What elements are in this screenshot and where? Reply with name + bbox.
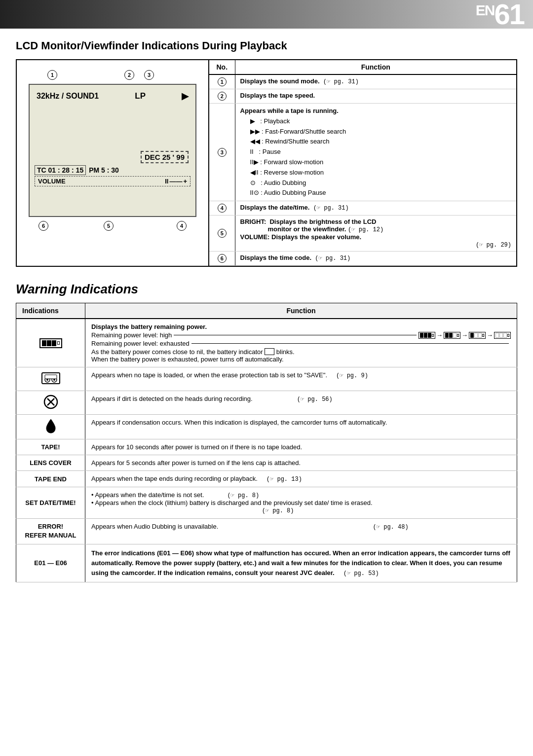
func-cell-tape: Appears for 10 seconds after power is tu… <box>85 439 517 455</box>
header-bar: EN61 <box>0 0 533 29</box>
func-cell-cassette: Appears when no tape is loaded, or when … <box>85 367 517 391</box>
ind-cell-tape-end: TAPE END <box>16 471 85 487</box>
table-row: SET DATE/TIME! • Appears when the date/t… <box>16 487 517 519</box>
func-cell-4: Displays the date/time. (☞ pg. 31) <box>235 201 516 216</box>
lcd-volume-label: VOLUME <box>38 178 66 185</box>
lcd-section-title: LCD Monitor/Viewfinder Indications Durin… <box>16 39 517 52</box>
tape-label: TAPE! <box>41 443 60 451</box>
func-cell-xcircle: Appears if dirt is detected on the heads… <box>85 391 517 415</box>
no-cell-2: 2 <box>209 89 235 104</box>
droplet-icon <box>45 418 57 434</box>
table-row: TAPE! Appears for 10 seconds after power… <box>16 439 517 455</box>
circle-num-4: 4 <box>177 221 187 231</box>
battery-blink-note: As the battery power comes close to nil,… <box>91 348 511 356</box>
no-cell-6: 6 <box>209 252 235 266</box>
ind-cell-lens-cover: LENS COVER <box>16 455 85 471</box>
battery-auto-off-note: When the battery power is exhausted, pow… <box>91 356 511 363</box>
function-table: No. Function 1 Displays the sound mode. … <box>209 60 516 266</box>
func-cell-1: Displays the sound mode. (☞ pg. 31) <box>235 74 516 89</box>
table-row: LENS COVER Appears for 5 seconds after p… <box>16 455 517 471</box>
func-cell-5: BRIGHT: Displays the brightness of the L… <box>235 216 516 252</box>
warning-section-title: Warning Indications <box>16 282 517 297</box>
warning-table-func-header: Function <box>85 303 517 319</box>
warning-table-ind-header: Indications <box>16 303 85 319</box>
circle-num-1: 1 <box>47 70 57 80</box>
refer-manual-label: REFER MANUAL <box>22 531 79 540</box>
table-row: ERROR! REFER MANUAL Appears when Audio D… <box>16 519 517 544</box>
xcircle-icon <box>43 395 58 409</box>
lcd-play-icon: ▶ <box>182 91 189 102</box>
set-date-label: SET DATE/TIME! <box>25 499 76 506</box>
svg-point-4 <box>53 379 55 381</box>
function-panel: No. Function 1 Displays the sound mode. … <box>209 60 516 266</box>
circle-num-6: 6 <box>38 221 48 231</box>
lcd-top-section: 1 2 3 32kHz / SOUND1 LP ▶ <box>16 59 517 267</box>
lcd-sound-label: 32kHz / SOUND1 <box>37 92 99 101</box>
table-row: Appears if condensation occurs. When thi… <box>16 415 517 439</box>
func-cell-lens-cover: Appears for 5 seconds after power is tur… <box>85 455 517 471</box>
lcd-top-row: 32kHz / SOUND1 LP ▶ <box>30 85 195 102</box>
circle-num-5: 5 <box>104 221 114 231</box>
no-cell-1: 1 <box>209 74 235 89</box>
page-number: EN61 <box>476 0 524 29</box>
func-cell-droplet: Appears if condensation occurs. When thi… <box>85 415 517 439</box>
no-cell-3: 3 <box>209 104 235 201</box>
ind-cell-tape: TAPE! <box>16 439 85 455</box>
ind-cell-e01: E01 — E06 <box>16 544 85 582</box>
table-row: 2 Displays the tape speed. <box>209 89 516 104</box>
lcd-tc-box: TC 01 : 28 : 15 <box>35 165 86 175</box>
no-cell-4: 4 <box>209 201 235 216</box>
tape-end-label: TAPE END <box>35 475 67 483</box>
lcd-middle: DEC 25 ' 99 TC 01 : 28 : 15 PM 5 : 30 <box>30 151 195 186</box>
lcd-volume-row: VOLUME II —— + <box>35 176 190 186</box>
volume-bar: II —— + <box>165 178 187 185</box>
error-label: ERROR! <box>22 522 79 531</box>
table-row: E01 — E06 The error indications (E01 — E… <box>16 544 517 582</box>
table-row: 5 BRIGHT: Displays the brightness of the… <box>209 216 516 252</box>
func-cell-set-date: • Appears when the date/time is not set.… <box>85 487 517 519</box>
lcd-pm: PM 5 : 30 <box>89 166 119 174</box>
func-cell-error: Appears when Audio Dubbing is unavailabl… <box>85 519 517 544</box>
battery-high-line: Remaining power level: high → <box>91 331 511 339</box>
circle-num-2: 2 <box>124 70 134 80</box>
table-row: 1 Displays the sound mode. (☞ pg. 31) <box>209 74 516 89</box>
lcd-date-box: DEC 25 ' 99 <box>141 151 189 163</box>
func-cell-2: Displays the tape speed. <box>235 89 516 104</box>
no-cell-5: 5 <box>209 216 235 252</box>
lcd-content: 32kHz / SOUND1 LP ▶ DEC 25 ' 99 TC 0 <box>30 85 195 216</box>
cassette-icon <box>41 371 61 386</box>
ind-cell-battery <box>16 319 85 367</box>
func-cell-e01: The error indications (E01 — E06) show w… <box>85 544 517 582</box>
func-table-no-header: No. <box>209 60 235 74</box>
ind-cell-droplet <box>16 415 85 439</box>
warning-table: Indications Function Displays the batt <box>16 303 517 582</box>
ind-cell-error: ERROR! REFER MANUAL <box>16 519 85 544</box>
ind-cell-xcircle <box>16 391 85 415</box>
svg-rect-5 <box>45 375 57 379</box>
ind-cell-cassette <box>16 367 85 391</box>
table-row: TAPE END Appears when the tape ends duri… <box>16 471 517 487</box>
lens-cover-label: LENS COVER <box>30 459 72 467</box>
table-row: 4 Displays the date/time. (☞ pg. 31) <box>209 201 516 216</box>
table-row: Appears if dirt is detected on the heads… <box>16 391 517 415</box>
func-cell-6: Displays the time code. (☞ pg. 31) <box>235 252 516 266</box>
func-cell-battery: Displays the battery remaining power. Re… <box>85 319 517 367</box>
lcd-screen: 32kHz / SOUND1 LP ▶ DEC 25 ' 99 TC 0 <box>29 84 196 217</box>
battery-exhausted-line: Remaining power level: exhausted <box>91 340 511 347</box>
e01-label: E01 — E06 <box>34 559 67 567</box>
table-row: Appears when no tape is loaded, or when … <box>16 367 517 391</box>
page-content: LCD Monitor/Viewfinder Indications Durin… <box>0 29 533 598</box>
table-row: 6 Displays the time code. (☞ pg. 31) <box>209 252 516 266</box>
table-row: 3 Appears while a tape is running. ▶ : P… <box>209 104 516 201</box>
circle-num-3: 3 <box>144 70 154 80</box>
func-cell-tape-end: Appears when the tape ends during record… <box>85 471 517 487</box>
ind-cell-set-date: SET DATE/TIME! <box>16 487 85 519</box>
svg-point-3 <box>46 379 48 381</box>
lcd-wrapper: 1 2 3 32kHz / SOUND1 LP ▶ <box>27 84 198 217</box>
table-row: Displays the battery remaining power. Re… <box>16 319 517 367</box>
lcd-panel: 1 2 3 32kHz / SOUND1 LP ▶ <box>17 60 209 266</box>
func-table-func-header: Function <box>235 60 516 74</box>
func-cell-3: Appears while a tape is running. ▶ : Pla… <box>235 104 516 201</box>
lcd-speed-label: LP <box>135 91 146 101</box>
